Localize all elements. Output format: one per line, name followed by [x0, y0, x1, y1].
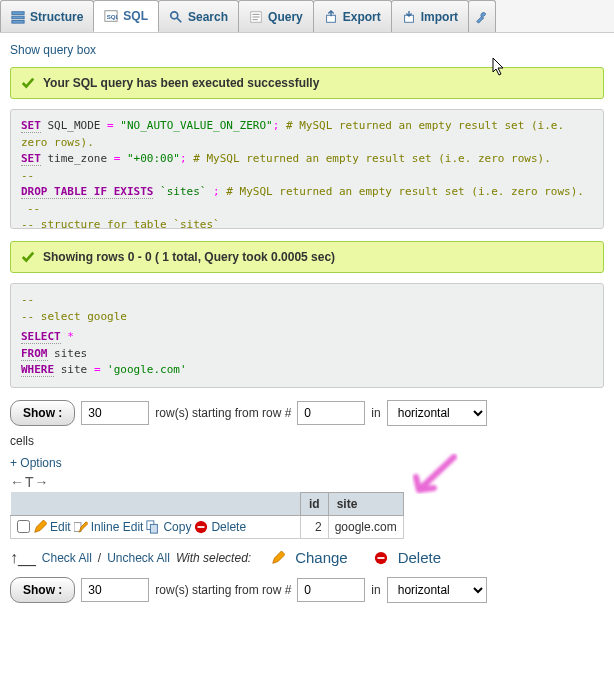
- limit-input[interactable]: [81, 578, 149, 602]
- mode-select[interactable]: horizontal: [387, 577, 487, 603]
- tab-import-label: Import: [421, 10, 458, 24]
- edit-icon: [33, 520, 47, 534]
- svg-point-5: [171, 11, 178, 18]
- tab-search-label: Search: [188, 10, 228, 24]
- tab-query[interactable]: Query: [238, 0, 314, 32]
- show-query-box-link[interactable]: Show query box: [10, 43, 96, 57]
- wrench-icon: [475, 10, 489, 24]
- tab-export-label: Export: [343, 10, 381, 24]
- in-label: in: [371, 583, 380, 597]
- delete-icon: [374, 551, 388, 565]
- check-icon: [21, 76, 35, 90]
- copy-icon: [146, 520, 160, 534]
- show-button[interactable]: Show :: [10, 400, 75, 426]
- start-row-input[interactable]: [297, 401, 365, 425]
- arrow-up-icon: ↑__: [10, 549, 36, 567]
- main-content: Show query box Your SQL query has been e…: [0, 33, 614, 621]
- rows-starting-label: row(s) starting from row #: [155, 583, 291, 597]
- col-id[interactable]: id: [301, 492, 329, 515]
- result-table: id site Edit Inline Edit Copy Delete: [10, 492, 404, 539]
- query-icon: [249, 10, 263, 24]
- change-link[interactable]: Change: [295, 549, 348, 566]
- options-link[interactable]: + Options: [10, 456, 604, 470]
- svg-text:SQL: SQL: [107, 13, 118, 20]
- tab-sql-label: SQL: [123, 9, 148, 23]
- row-checkbox[interactable]: [17, 520, 30, 533]
- rows-starting-label: row(s) starting from row #: [155, 406, 291, 420]
- tab-sql[interactable]: SQL SQL: [93, 0, 159, 32]
- mode-select[interactable]: horizontal: [387, 400, 487, 426]
- sql-icon: SQL: [104, 9, 118, 23]
- with-selected-label: With selected:: [176, 551, 251, 565]
- svg-rect-19: [377, 557, 384, 559]
- svg-rect-17: [198, 526, 205, 528]
- start-row-input[interactable]: [297, 578, 365, 602]
- tab-structure-label: Structure: [30, 10, 83, 24]
- show-button[interactable]: Show :: [10, 577, 75, 603]
- edit-link[interactable]: Edit: [50, 520, 71, 534]
- footer-actions: ↑__ Check All / Uncheck All With selecte…: [10, 549, 604, 567]
- check-icon: [21, 250, 35, 264]
- tab-export[interactable]: Export: [313, 0, 392, 32]
- search-icon: [169, 10, 183, 24]
- svg-rect-11: [326, 15, 335, 22]
- svg-line-6: [177, 17, 181, 21]
- success-text: Your SQL query has been executed success…: [43, 76, 319, 90]
- cell-site: google.com: [328, 515, 403, 538]
- tabs-bar: Structure SQL SQL Search Query Export Im…: [0, 0, 614, 33]
- svg-rect-2: [12, 20, 24, 23]
- check-all-link[interactable]: Check All: [42, 551, 92, 565]
- limit-input[interactable]: [81, 401, 149, 425]
- import-icon: [402, 10, 416, 24]
- sql-box-1: SET SQL_MODE = "NO_AUTO_VALUE_ON_ZERO"; …: [10, 109, 604, 229]
- pagination-bottom: Show : row(s) starting from row # in hor…: [10, 577, 604, 603]
- tab-structure[interactable]: Structure: [0, 0, 94, 32]
- svg-rect-15: [151, 524, 158, 533]
- delete-icon: [194, 520, 208, 534]
- showing-rows-text: Showing rows 0 - 0 ( 1 total, Query took…: [43, 250, 335, 264]
- svg-rect-1: [12, 16, 24, 19]
- cells-label: cells: [10, 434, 604, 448]
- tab-query-label: Query: [268, 10, 303, 24]
- tab-search[interactable]: Search: [158, 0, 239, 32]
- in-label: in: [371, 406, 380, 420]
- tab-more[interactable]: [468, 0, 496, 32]
- edit-icon: [271, 551, 285, 565]
- delete-link[interactable]: Delete: [211, 520, 246, 534]
- svg-rect-0: [12, 11, 24, 14]
- inline-edit-icon: [74, 520, 88, 534]
- tab-import[interactable]: Import: [391, 0, 469, 32]
- showing-rows-message: Showing rows 0 - 0 ( 1 total, Query took…: [10, 241, 604, 273]
- column-resize-control[interactable]: ←T→: [10, 474, 404, 490]
- sql-box-2: -- -- select google SELECT * FROM sites …: [10, 283, 604, 388]
- export-icon: [324, 10, 338, 24]
- copy-link[interactable]: Copy: [163, 520, 191, 534]
- col-site[interactable]: site: [328, 492, 403, 515]
- structure-icon: [11, 10, 25, 24]
- cell-id: 2: [301, 515, 329, 538]
- success-message: Your SQL query has been executed success…: [10, 67, 604, 99]
- pagination-top: Show : row(s) starting from row # in hor…: [10, 400, 604, 426]
- delete-action-link[interactable]: Delete: [398, 549, 441, 566]
- table-row: Edit Inline Edit Copy Delete 2 google.co…: [11, 515, 404, 538]
- inline-edit-link[interactable]: Inline Edit: [91, 520, 144, 534]
- uncheck-all-link[interactable]: Uncheck All: [107, 551, 170, 565]
